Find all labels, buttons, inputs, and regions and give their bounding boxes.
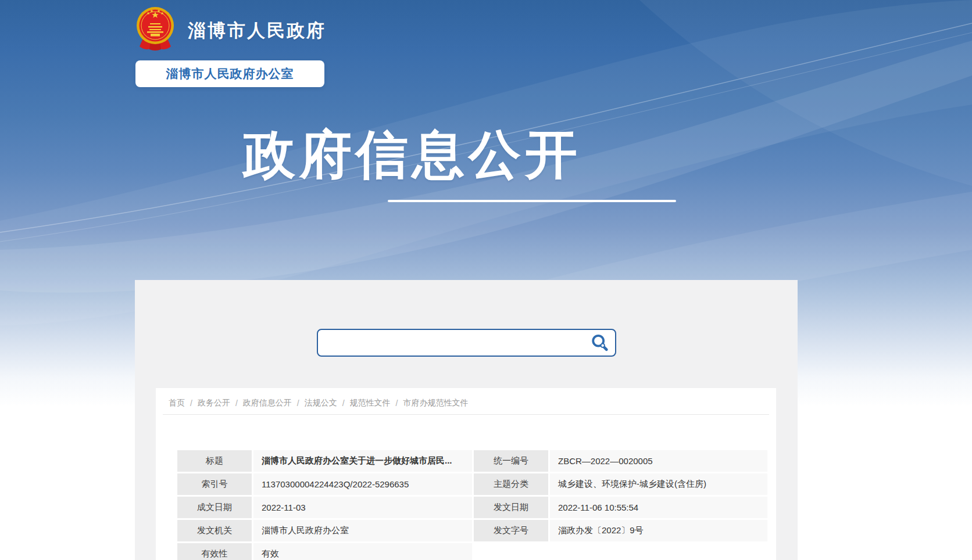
field-label-title: 标题 [177,450,252,472]
breadcrumb-item-home[interactable]: 首页 [169,398,185,408]
breadcrumb-item-shifuban[interactable]: 市府办规范性文件 [403,398,468,408]
site-logo-link[interactable]: 淄博市人民政府 [135,6,326,51]
field-label-publish-date: 发文日期 [474,497,548,518]
breadcrumb-separator: / [297,399,299,408]
document-info-table: 标题 淄博市人民政府办公室关于进一步做好城市居民... 统一编号 ZBCR—20… [177,450,767,560]
breadcrumb-item-guifanxing[interactable]: 规范性文件 [350,398,391,408]
field-value-validity: 有效 [253,543,472,560]
search-box [317,329,616,357]
field-value-unified-number: ZBCR—2022—0020005 [550,450,767,472]
office-name-box[interactable]: 淄博市人民政府办公室 [135,60,324,87]
field-value-topic-category: 城乡建设、环境保护-城乡建设(含住房) [550,473,767,495]
breadcrumb-separator: / [190,399,192,408]
breadcrumb: 首页 / 政务公开 / 政府信息公开 / 法规公文 / 规范性文件 / 市府办规… [169,398,468,408]
field-value-written-date: 2022-11-03 [253,497,472,518]
field-label-unified-number: 统一编号 [474,450,548,472]
search-icon [590,333,610,352]
search-button[interactable] [589,333,611,353]
field-value-publish-date: 2022-11-06 10:55:54 [550,497,767,518]
breadcrumb-separator: / [235,399,238,408]
page: 淄博市人民政府 淄博市人民政府办公室 政府信息公开 首页 / 政务公开 / 政府… [0,0,972,560]
breadcrumb-divider [163,414,769,415]
field-label-issuing-organ: 发文机关 [177,520,252,541]
breadcrumb-item-zhengwu[interactable]: 政务公开 [198,398,230,408]
field-label-validity: 有效性 [177,543,252,560]
breadcrumb-item-fagui[interactable]: 法规公文 [305,398,337,408]
field-value-title: 淄博市人民政府办公室关于进一步做好城市居民... [253,450,472,472]
national-emblem-icon [135,6,175,51]
breadcrumb-separator: / [396,399,398,408]
field-label-topic-category: 主题分类 [474,473,548,495]
field-value-index-number: 11370300004224423Q/2022-5296635 [253,473,472,495]
office-name-label: 淄博市人民政府办公室 [166,66,294,82]
field-label-index-number: 索引号 [177,473,252,495]
title-underline [388,200,676,202]
page-title: 政府信息公开 [243,123,581,186]
breadcrumb-separator: / [342,399,345,408]
breadcrumb-item-xinxigongkai[interactable]: 政府信息公开 [243,398,292,408]
field-label-written-date: 成文日期 [177,497,252,518]
empty-cell [474,543,548,560]
search-input[interactable] [318,330,615,356]
field-value-document-number: 淄政办发〔2022〕9号 [550,520,767,541]
site-name: 淄博市人民政府 [188,19,326,43]
empty-cell [550,543,767,560]
field-label-document-number: 发文字号 [474,520,548,541]
field-value-issuing-organ: 淄博市人民政府办公室 [253,520,472,541]
document-card: 首页 / 政务公开 / 政府信息公开 / 法规公文 / 规范性文件 / 市府办规… [156,388,776,560]
